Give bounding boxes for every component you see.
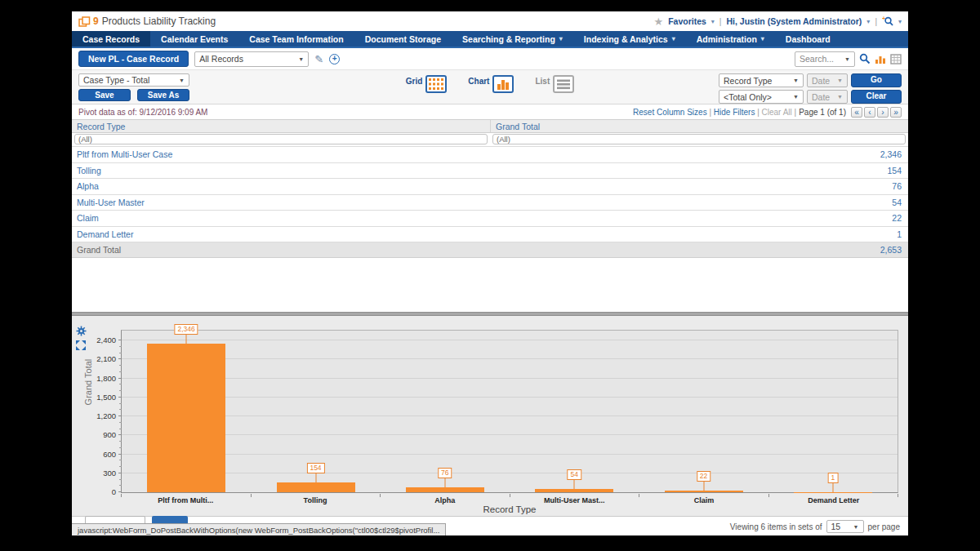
bar-value-label: 2,346 <box>175 324 198 335</box>
value-label-connector <box>832 483 833 492</box>
bar-claim[interactable] <box>665 491 743 492</box>
pivot-links: Reset Column Sizes | Hide Filters | Clea… <box>633 108 796 117</box>
favorites-star-icon[interactable]: ★ <box>654 16 664 28</box>
column-header-grand-total[interactable]: Grand Total <box>490 120 908 132</box>
quick-search-icon[interactable]: + <box>882 16 893 27</box>
chart-mini-icon[interactable] <box>875 54 886 64</box>
row-field-select[interactable]: Record Type ▼ <box>719 73 804 87</box>
add-filter-button[interactable]: + <box>329 54 340 64</box>
value-label-connector <box>186 335 187 344</box>
pager-next-button[interactable]: › <box>877 107 889 118</box>
chevron-down-icon: ▾ <box>898 18 902 25</box>
column-field-select[interactable]: <Total Only> ▼ <box>719 90 804 104</box>
tab-dashboard[interactable]: Dashboard <box>775 31 841 47</box>
tab-case-records[interactable]: Case Records <box>72 31 150 47</box>
new-case-record-button[interactable]: New PL - Case Record <box>78 51 189 67</box>
row-value: 54 <box>490 195 908 211</box>
y-tick-label: 1,500 <box>84 393 122 402</box>
browser-status-text: javascript:WebForm_DoPostBackWithOptions… <box>72 523 446 535</box>
list-view-icon <box>553 75 574 93</box>
chart-view-toggle[interactable]: Chart <box>468 75 514 93</box>
grand-total-filter-input[interactable]: (All) <box>492 134 906 144</box>
page-title: Products Liability Tracking <box>102 16 216 27</box>
pager-prev-button[interactable]: ‹ <box>864 107 875 118</box>
table-row-claim[interactable]: Claim22 <box>72 211 908 227</box>
y-minor-tick <box>119 371 122 372</box>
pivot-info-bar: Pivot data as of: 9/12/2016 9:09 AM Rese… <box>72 104 908 119</box>
header-separator: | <box>718 17 724 26</box>
record-type-filter-input[interactable]: (All) <box>74 134 488 144</box>
search-icon[interactable] <box>859 53 871 64</box>
hide-filters-link[interactable]: Hide Filters <box>714 108 755 117</box>
grid-view-toggle[interactable]: Grid <box>406 75 448 93</box>
search-input[interactable]: Search... ▼ <box>795 51 855 67</box>
per-page-text: per page <box>868 522 900 531</box>
value-label-connector <box>444 478 445 487</box>
go-button[interactable]: Go <box>851 73 902 87</box>
x-category-label: Alpha <box>380 496 510 504</box>
table-row-tolling[interactable]: Tolling154 <box>72 163 908 180</box>
save-as-button[interactable]: Save As <box>137 89 189 101</box>
favorites-menu[interactable]: Favorites <box>668 16 706 26</box>
pager: «‹›» <box>851 107 902 118</box>
table-row-multi-user-master[interactable]: Multi-User Master54 <box>72 195 908 211</box>
clear-button[interactable]: Clear <box>851 90 902 104</box>
reset-column-sizes-link[interactable]: Reset Column Sizes <box>633 108 707 117</box>
bar-demand-letter[interactable] <box>794 492 872 493</box>
table-row-alpha[interactable]: Alpha76 <box>72 179 908 195</box>
save-button[interactable]: Save <box>78 89 131 101</box>
y-tick-label: 1,800 <box>84 374 122 383</box>
bar-multi-user-mast[interactable] <box>535 489 613 492</box>
select-arrow-icon: ▼ <box>793 94 799 100</box>
edit-filter-button[interactable]: ✎ <box>314 53 323 65</box>
x-tick-mark <box>380 494 381 497</box>
tab-administration[interactable]: Administration▾ <box>686 31 775 47</box>
column-header-record-type[interactable]: Record Type <box>72 120 490 132</box>
grid-view-icon <box>425 75 447 93</box>
pager-last-button[interactable]: » <box>890 107 902 118</box>
list-view-toggle[interactable]: List <box>535 75 574 93</box>
tab-document-storage[interactable]: Document Storage <box>354 31 452 47</box>
y-minor-tick <box>119 422 122 423</box>
grid-export-icon[interactable] <box>890 54 902 64</box>
total-value: 2,653 <box>490 242 908 257</box>
table-row-pltf-from-multi-user-case[interactable]: Pltf from Multi-User Case2,346 <box>72 147 908 163</box>
y-tick-label: 0 <box>84 487 122 496</box>
x-tick-mark <box>768 494 769 497</box>
y-tick-label: 1,200 <box>84 411 122 420</box>
tab-searching-reporting[interactable]: Searching & Reporting▾ <box>452 31 573 47</box>
x-tick-mark <box>639 494 639 497</box>
y-minor-tick <box>119 479 122 480</box>
pivot-controls: Case Type - Total ▼ Save Save As Grid <box>72 69 908 104</box>
pager-first-button[interactable]: « <box>851 107 862 118</box>
y-minor-tick <box>119 441 122 442</box>
y-minor-tick <box>119 353 122 353</box>
row-value: 1 <box>490 227 908 242</box>
tab-indexing-analytics[interactable]: Indexing & Analytics▾ <box>573 31 686 47</box>
chart-view-icon <box>492 75 514 93</box>
bar-pltf-from-multi[interactable] <box>147 344 225 492</box>
bar-tolling[interactable] <box>277 482 355 492</box>
viewing-items-text: Viewing 6 items in sets of <box>730 522 822 531</box>
row-value: 154 <box>490 163 908 179</box>
row-label: Pltf from Multi-User Case <box>72 147 490 162</box>
chart-plot-area: 03006009001,2001,5001,8002,1002,4002,346… <box>121 330 898 493</box>
pivot-profile-select[interactable]: Case Type - Total ▼ <box>78 73 189 87</box>
app-window: 9 Products Liability Tracking ★ Favorite… <box>72 11 908 535</box>
y-tick-label: 2,100 <box>84 354 122 363</box>
page-size-select[interactable]: 15 ▼ <box>826 520 864 533</box>
tab-case-team-information[interactable]: Case Team Information <box>238 31 354 47</box>
table-row-demand-letter[interactable]: Demand Letter1 <box>72 227 908 243</box>
y-minor-tick <box>119 447 122 448</box>
row-value: 76 <box>490 179 908 194</box>
pencil-icon: ✎ <box>314 53 323 65</box>
gridline <box>122 340 898 340</box>
header-separator: | <box>873 17 879 26</box>
records-filter-select[interactable]: All Records ▼ <box>194 51 309 67</box>
row-label: Alpha <box>72 179 490 194</box>
x-axis-title: Record Type <box>121 504 898 514</box>
user-menu[interactable]: Hi, Justin (System Administrator) <box>726 16 862 26</box>
tab-calendar-events[interactable]: Calendar Events <box>150 31 238 47</box>
bar-alpha[interactable] <box>406 487 484 492</box>
row-label: Tolling <box>72 163 490 179</box>
